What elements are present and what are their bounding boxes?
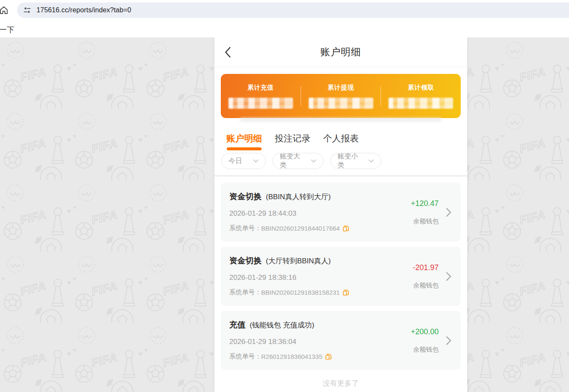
- txn-wallet: 余额钱包: [413, 217, 439, 226]
- back-button[interactable]: [225, 47, 232, 58]
- hidden-value-blur: [228, 98, 293, 109]
- summary-card: 累计充值 累计提现 累计领取: [221, 74, 461, 118]
- app-header: 账户明细: [214, 37, 467, 67]
- url-bar[interactable]: 175616.cc/reports/index?tab=0: [17, 3, 569, 18]
- summary-total-withdraw: 累计提现: [301, 84, 381, 109]
- account-detail-panel: 账户明细 累计充值 累计提现 累计领取: [214, 37, 467, 392]
- txn-amount: +200.00: [411, 327, 439, 336]
- filter-row: 今日 账变大类 账变小类: [214, 152, 467, 175]
- partial-page-text: 度一下: [0, 25, 14, 35]
- filter-date-dropdown[interactable]: 今日: [221, 153, 266, 169]
- hidden-value-blur: [389, 98, 453, 109]
- summary-total-deposit: 累计充值: [221, 84, 301, 109]
- copy-icon[interactable]: [343, 289, 349, 296]
- txn-amount: +120.47: [411, 199, 439, 208]
- tab-personal-report[interactable]: 个人报表: [323, 133, 359, 152]
- txn-type: 资金切换: [229, 255, 262, 266]
- txn-order-label: 系统单号：: [229, 353, 261, 361]
- txn-type: 充值: [229, 319, 245, 330]
- txn-detail: (钱能钱包 充值成功): [250, 320, 314, 330]
- page-background: FIFA 账户明细 累计充值: [0, 37, 569, 392]
- txn-order-label: 系统单号：: [229, 288, 261, 296]
- summary-label: 累计领取: [408, 84, 434, 92]
- chevron-left-icon: [225, 47, 231, 58]
- txn-detail: (BBIN真人转到大厅): [266, 192, 331, 202]
- chevron-down-icon: [253, 159, 259, 163]
- chevron-down-icon: [369, 159, 374, 163]
- transaction-row[interactable]: 充值 (钱能钱包 充值成功) 2026-01-29 18:36:04 系统单号：…: [221, 311, 461, 370]
- txn-order-number: R2601291836041335: [261, 353, 322, 360]
- url-text[interactable]: 175616.cc/reports/index?tab=0: [37, 6, 131, 14]
- txn-order-number: BBIN202601291838158231: [261, 289, 340, 296]
- txn-type: 资金切换: [229, 191, 262, 202]
- summary-section: 累计充值 累计提现 累计领取: [214, 67, 467, 121]
- transaction-row[interactable]: 资金切换 (BBIN真人转到大厅) 2026-01-29 18:44:03 系统…: [221, 183, 461, 242]
- transaction-row[interactable]: 资金切换 (大厅转到BBIN真人) 2026-01-29 18:38:16 系统…: [221, 247, 461, 306]
- page-top-strip: 度一下: [0, 20, 569, 37]
- tab-account-detail[interactable]: 账户明细: [226, 133, 262, 152]
- txn-wallet: 余额钱包: [413, 282, 439, 290]
- site-info-icon[interactable]: [23, 6, 31, 14]
- copy-icon[interactable]: [343, 225, 349, 232]
- txn-amount: -201.97: [413, 263, 439, 272]
- chevron-right-icon[interactable]: [446, 208, 451, 217]
- filter-major-category-dropdown[interactable]: 账变大类: [273, 153, 324, 169]
- txn-order-label: 系统单号：: [229, 224, 261, 232]
- hidden-value-blur: [309, 98, 373, 109]
- txn-detail: (大厅转到BBIN真人): [266, 256, 331, 266]
- chevron-right-icon[interactable]: [446, 336, 451, 345]
- transaction-list: 资金切换 (BBIN真人转到大厅) 2026-01-29 18:44:03 系统…: [214, 177, 467, 370]
- copy-icon[interactable]: [325, 353, 332, 360]
- report-tabs: 账户明细 投注记录 个人报表: [214, 121, 467, 152]
- filter-minor-category-dropdown[interactable]: 账变小类: [330, 153, 381, 169]
- no-more-label: 没有更多了: [214, 370, 467, 392]
- txn-order-number: BBIN202601291844017664: [261, 225, 340, 232]
- summary-card-shadow: [240, 118, 442, 121]
- chevron-down-icon: [311, 159, 316, 163]
- tab-bet-records[interactable]: 投注记录: [275, 133, 310, 152]
- home-icon[interactable]: [0, 5, 9, 16]
- summary-label: 累计提现: [328, 84, 354, 92]
- summary-total-claim: 累计领取: [381, 84, 461, 109]
- page-title: 账户明细: [321, 45, 361, 59]
- txn-wallet: 余额钱包: [413, 346, 439, 354]
- browser-toolbar: 175616.cc/reports/index?tab=0: [0, 0, 569, 20]
- chevron-right-icon[interactable]: [446, 272, 451, 281]
- summary-label: 累计充值: [248, 84, 274, 92]
